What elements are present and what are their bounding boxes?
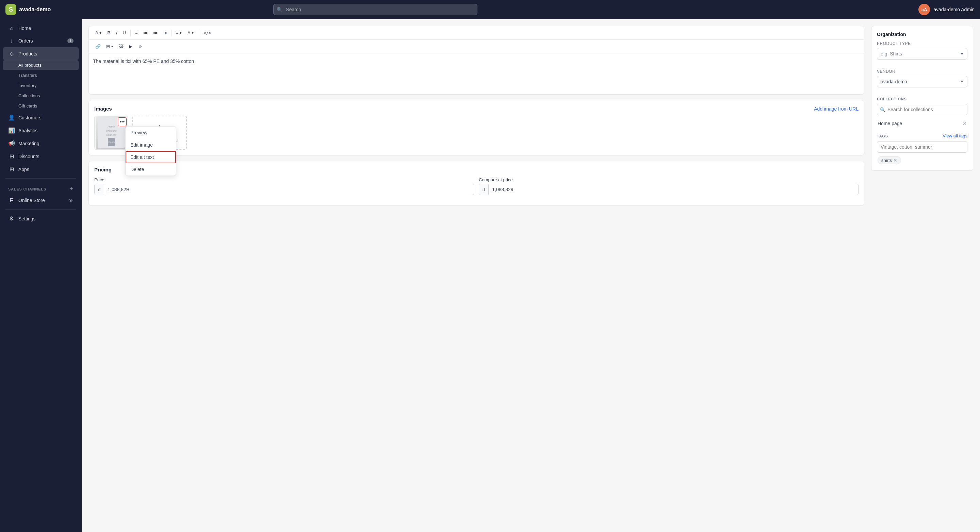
image-menu-button[interactable]: ••• xyxy=(118,118,127,126)
image-button[interactable]: 🖼 xyxy=(117,43,126,50)
table-button[interactable]: ⊞ ▼ xyxy=(104,43,116,50)
image-context-menu: Preview Edit image Edit alt text Delete xyxy=(125,126,176,176)
editor-content[interactable]: The material is tixi with 65% PE and 35%… xyxy=(89,53,864,94)
menu-item-preview[interactable]: Preview xyxy=(126,127,176,139)
compare-price-group: Compare at price đ xyxy=(479,177,859,195)
collections-search-input[interactable] xyxy=(877,104,967,115)
sales-channels-label: SALES CHANNELS xyxy=(8,187,46,191)
menu-item-edit-image[interactable]: Edit image xyxy=(126,139,176,151)
marketing-icon: 📢 xyxy=(8,140,15,147)
collection-tag-name: Home page xyxy=(878,121,902,126)
toolbar-divider-2 xyxy=(171,30,172,37)
view-all-tags-button[interactable]: View all tags xyxy=(943,133,967,138)
menu-item-edit-alt-text[interactable]: Edit alt text xyxy=(126,151,176,163)
collection-remove-button[interactable]: ✕ xyxy=(962,120,967,127)
sidebar-item-products[interactable]: ◇ Products xyxy=(3,47,79,60)
sidebar-marketing-label: Marketing xyxy=(18,141,39,146)
tags-input[interactable] xyxy=(877,141,967,153)
emoji-button[interactable]: ☺ xyxy=(135,43,145,50)
transfers-label: Transfers xyxy=(18,73,37,78)
pricing-row: Price đ Compare at price đ xyxy=(94,177,859,195)
collections-search-icon: 🔍 xyxy=(880,107,885,112)
vendor-select[interactable]: avada-demo xyxy=(877,76,967,87)
user-menu[interactable]: aA avada-demo Admin xyxy=(918,4,975,15)
content-left: A ▼ B I U ≡ ≔ ≔ ⇥ ≡ ▼ A ▼ </> 🔗 xyxy=(89,26,864,525)
sidebar-item-apps[interactable]: ⊞ Apps xyxy=(3,163,79,176)
sidebar-item-discounts[interactable]: ⊞ Discounts xyxy=(3,150,79,163)
collection-tag-homepage: Home page ✕ xyxy=(877,118,967,129)
organization-title: Organization xyxy=(877,32,967,37)
menu-item-delete[interactable]: Delete xyxy=(126,163,176,176)
sidebar-item-customers[interactable]: 👤 Customers xyxy=(3,111,79,124)
link-button[interactable]: 🔗 xyxy=(93,43,103,50)
top-navigation: S avada-demo 🔍 aA avada-demo Admin xyxy=(0,0,980,19)
editor-toolbar-2: 🔗 ⊞ ▼ 🖼 ▶ ☺ xyxy=(89,40,864,53)
orders-icon: ↓ xyxy=(8,38,15,44)
sidebar-settings-label: Settings xyxy=(18,216,36,221)
product-type-label: Product type xyxy=(877,41,967,46)
sidebar-products-label: Products xyxy=(18,51,37,56)
compare-currency-symbol: đ xyxy=(479,184,488,195)
tag-chip-shirts: shirts ✕ xyxy=(878,156,901,164)
tags-chips: shirts ✕ xyxy=(877,156,967,165)
sidebar-item-marketing[interactable]: 📢 Marketing xyxy=(3,137,79,150)
orders-badge: 1 xyxy=(67,38,73,43)
sidebar-item-online-store[interactable]: 🖥 Online Store 👁 xyxy=(3,194,79,206)
main-content: A ▼ B I U ≡ ≔ ≔ ⇥ ≡ ▼ A ▼ </> 🔗 xyxy=(82,19,980,532)
sidebar-item-orders[interactable]: ↓ Orders 1 xyxy=(3,35,79,47)
editor-text: The material is tixi with 65% PE and 35%… xyxy=(93,59,194,64)
sidebar-item-collections[interactable]: Collections xyxy=(3,91,79,101)
settings-icon: ⚙ xyxy=(8,215,15,222)
store-logo[interactable]: S avada-demo xyxy=(5,4,51,15)
search-input[interactable] xyxy=(273,4,477,15)
sidebar-item-transfers[interactable]: Transfers xyxy=(3,70,79,80)
sidebar-item-inventory[interactable]: Inventory xyxy=(3,81,79,91)
svg-text:Home: Home xyxy=(108,125,115,128)
sidebar-item-analytics[interactable]: 📊 Analytics xyxy=(3,124,79,137)
eye-icon: 👁 xyxy=(68,198,73,203)
compare-price-input[interactable] xyxy=(488,184,858,195)
home-icon: ⌂ xyxy=(8,25,15,31)
code-button[interactable]: </> xyxy=(201,29,214,37)
shopify-icon: S xyxy=(5,4,16,15)
indent-button[interactable]: ⇥ xyxy=(161,29,169,37)
collections-label: Collections xyxy=(18,93,40,98)
collections-search: 🔍 xyxy=(877,104,967,115)
user-name: avada-demo Admin xyxy=(933,7,975,12)
unordered-list-button[interactable]: ≔ xyxy=(141,29,150,37)
italic-button[interactable]: I xyxy=(114,29,120,37)
video-button[interactable]: ▶ xyxy=(127,43,135,50)
align-left-button[interactable]: ≡ xyxy=(133,29,140,37)
products-icon: ◇ xyxy=(8,50,15,57)
tag-chip-label: shirts xyxy=(881,158,892,163)
sidebar: ⌂ Home ↓ Orders 1 ◇ Products All product… xyxy=(0,19,82,532)
product-type-select[interactable]: e.g. Shirts xyxy=(877,48,967,60)
tag-chip-remove-button[interactable]: ✕ xyxy=(893,157,897,163)
add-sales-channel-button[interactable]: + xyxy=(70,186,73,192)
price-input[interactable] xyxy=(104,184,474,195)
tags-header: TAGS View all tags xyxy=(877,133,967,138)
underline-button[interactable]: U xyxy=(121,29,128,37)
search-bar: 🔍 xyxy=(273,4,477,15)
bold-button[interactable]: B xyxy=(105,29,113,37)
tags-label: TAGS xyxy=(877,134,888,138)
sidebar-item-settings[interactable]: ⚙ Settings xyxy=(3,212,79,225)
tags-section: TAGS View all tags shirts ✕ xyxy=(877,133,967,165)
online-store-icon: 🖥 xyxy=(8,197,15,203)
text-color-button[interactable]: A ▼ xyxy=(185,29,197,37)
content-right: Organization Product type e.g. Shirts Ve… xyxy=(871,26,973,525)
sidebar-item-gift-cards[interactable]: Gift cards xyxy=(3,101,79,111)
sidebar-item-home[interactable]: ⌂ Home xyxy=(3,22,79,34)
text-align-button[interactable]: ≡ ▼ xyxy=(173,29,185,37)
sidebar-divider-bottom xyxy=(5,209,76,210)
price-group: Price đ xyxy=(94,177,474,195)
sidebar-item-all-products[interactable]: All products xyxy=(3,60,79,70)
ordered-list-button[interactable]: ≔ xyxy=(151,29,160,37)
search-icon: 🔍 xyxy=(277,7,282,12)
sidebar-apps-label: Apps xyxy=(18,167,29,172)
images-title: Images xyxy=(94,106,112,111)
description-editor-card: A ▼ B I U ≡ ≔ ≔ ⇥ ≡ ▼ A ▼ </> 🔗 xyxy=(89,26,864,95)
add-image-url-button[interactable]: Add image from URL xyxy=(814,106,859,111)
font-size-button[interactable]: A ▼ xyxy=(93,29,105,37)
analytics-icon: 📊 xyxy=(8,127,15,134)
